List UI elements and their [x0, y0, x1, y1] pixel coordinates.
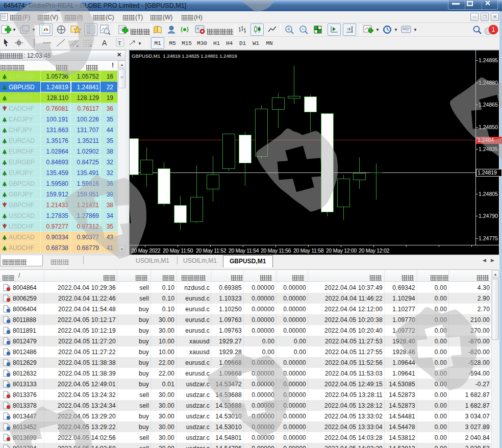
svg-text:1: 1: [492, 26, 495, 33]
svg-text:T: T: [118, 40, 121, 46]
svg-text:E: E: [77, 44, 79, 47]
svg-text:F: F: [90, 44, 92, 47]
